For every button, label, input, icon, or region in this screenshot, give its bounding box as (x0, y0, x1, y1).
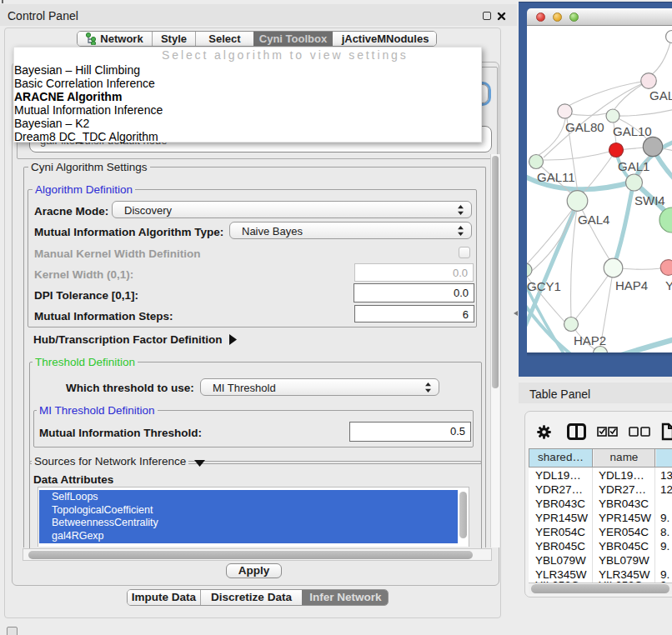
svg-text:GAL10: GAL10 (613, 124, 652, 138)
svg-text:SWI4: SWI4 (634, 193, 665, 208)
svg-text:GCY1: GCY1 (527, 279, 561, 293)
svg-text:GAL1: GAL1 (618, 159, 649, 173)
svg-text:Y: Y (665, 278, 672, 292)
svg-text:HAP2: HAP2 (574, 333, 606, 348)
svg-text:GAL80: GAL80 (565, 120, 604, 134)
svg-text:GAL4: GAL4 (578, 212, 609, 227)
svg-text:HAP4: HAP4 (615, 278, 648, 292)
svg-text:GAL11: GAL11 (537, 170, 575, 184)
svg-text:GAL2: GAL2 (649, 88, 672, 102)
